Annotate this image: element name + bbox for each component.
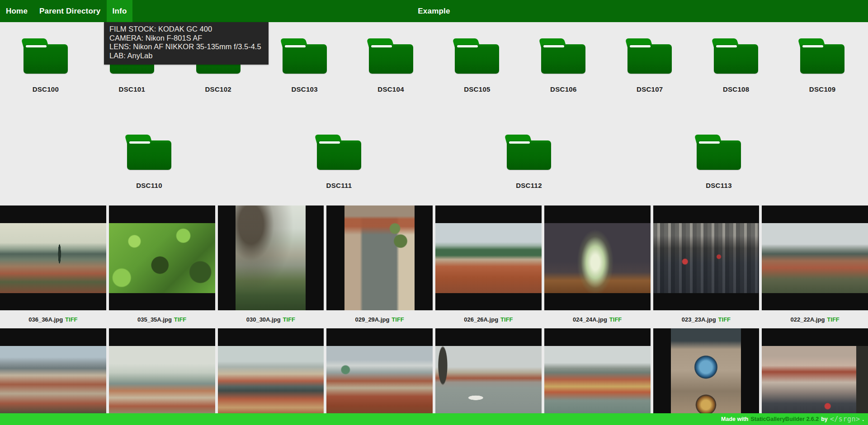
gallery-item[interactable] xyxy=(326,328,433,425)
folder-label: DSC111 xyxy=(326,182,352,189)
folder-stripe xyxy=(509,141,530,144)
gallery-item[interactable]: 036_36A.jpg TIFF xyxy=(0,205,106,328)
photo-thumbnail xyxy=(109,346,215,416)
photo-caption: 029_29A.jpg TIFF xyxy=(326,310,433,328)
nav-item-parent-directory[interactable]: Parent Directory xyxy=(33,0,106,22)
photo-format-link[interactable]: TIFF xyxy=(827,316,839,323)
footer-srgn-logo[interactable]: </srgn> xyxy=(830,415,860,423)
photo-format-link[interactable]: TIFF xyxy=(392,316,404,323)
folder-item[interactable]: DSC107 xyxy=(609,38,690,93)
folder-icon xyxy=(283,38,327,74)
photo-caption: 030_30A.jpg TIFF xyxy=(218,310,324,328)
folder-stripe xyxy=(716,45,737,47)
tooltip-line-lab: LAB: AnyLab xyxy=(109,51,261,61)
folder-label: DSC100 xyxy=(33,85,59,93)
gallery-item[interactable]: 035_35A.jpg TIFF xyxy=(109,205,215,328)
gallery-item[interactable]: 029_29A.jpg TIFF xyxy=(326,205,433,328)
folder-body xyxy=(800,44,844,74)
thumbnail-cell xyxy=(653,328,760,425)
photo-thumbnail xyxy=(218,346,324,416)
folder-label: DSC109 xyxy=(809,85,836,93)
nav-item-info[interactable]: Info xyxy=(107,0,133,22)
photo-filename: 024_24A.jpg xyxy=(573,316,607,323)
gallery-item[interactable]: 022_22A.jpg TIFF xyxy=(762,205,868,328)
folder-stripe xyxy=(457,45,478,47)
nav-item-home[interactable]: Home xyxy=(0,0,33,22)
photo-format-link[interactable]: TIFF xyxy=(500,316,513,323)
photo-filename: 036_36A.jpg xyxy=(28,316,63,323)
folder-stripe xyxy=(26,45,47,47)
gallery-item[interactable] xyxy=(653,328,760,425)
photo-thumbnail xyxy=(109,223,215,293)
thumbnail-cell xyxy=(435,205,542,310)
gallery-item[interactable] xyxy=(762,328,868,425)
footer: Made with StaticGalleryBuilder 2.6.2 by … xyxy=(0,413,868,425)
photo-thumbnail xyxy=(762,223,868,293)
folder-item[interactable]: DSC108 xyxy=(695,38,777,93)
navbar: Home Parent Directory Info Example xyxy=(0,0,868,22)
folder-icon xyxy=(369,38,413,74)
folder-label: DSC112 xyxy=(516,182,542,189)
photo-format-link[interactable]: TIFF xyxy=(718,316,731,323)
gallery-item[interactable]: 030_30A.jpg TIFF xyxy=(218,205,324,328)
folder-label: DSC106 xyxy=(550,85,577,93)
folder-body xyxy=(714,44,758,74)
folder-item[interactable]: DSC106 xyxy=(523,38,604,93)
photo-filename: 022_22A.jpg xyxy=(790,316,825,323)
folder-item[interactable]: DSC110 xyxy=(108,135,190,189)
folder-item[interactable]: DSC112 xyxy=(488,135,570,189)
photo-format-link[interactable]: TIFF xyxy=(65,316,77,323)
tooltip-line-lens: LENS: Nikon AF NIKKOR 35-135mm f/3.5-4.5 xyxy=(109,42,261,51)
thumbnail-cell xyxy=(109,205,215,310)
thumbnail-cell xyxy=(326,205,433,310)
folder-item[interactable]: DSC113 xyxy=(678,135,760,189)
folder-icon xyxy=(627,38,672,74)
gallery-item[interactable] xyxy=(218,328,324,425)
photo-thumbnail xyxy=(544,346,651,416)
folder-label: DSC113 xyxy=(706,182,732,189)
gallery-item[interactable]: 023_23A.jpg TIFF xyxy=(653,205,760,328)
photo-filename: 029_29A.jpg xyxy=(355,316,389,323)
photo-filename: 035_35A.jpg xyxy=(137,316,172,323)
gallery-item[interactable] xyxy=(435,328,542,425)
folder-label: DSC110 xyxy=(136,182,162,189)
folder-item[interactable]: DSC111 xyxy=(298,135,380,189)
folder-body xyxy=(507,140,551,170)
footer-made-with: Made with xyxy=(721,416,748,422)
photo-thumbnail xyxy=(0,346,106,416)
folder-icon xyxy=(541,38,585,74)
folder-icon xyxy=(127,135,171,170)
folder-item[interactable]: DSC100 xyxy=(5,38,86,93)
photo-format-link[interactable]: TIFF xyxy=(609,316,622,323)
folder-label: DSC101 xyxy=(119,85,146,93)
gallery-item[interactable] xyxy=(544,328,651,425)
info-tooltip: FILM STOCK: KODAK GC 400 CAMERA: Nikon F… xyxy=(104,22,269,65)
folder-body xyxy=(317,140,361,170)
gallery-item[interactable]: 024_24A.jpg TIFF xyxy=(544,205,651,328)
folder-stripe xyxy=(319,141,340,144)
photo-thumbnail xyxy=(326,346,433,416)
gallery-item[interactable]: 026_26A.jpg TIFF xyxy=(435,205,542,328)
gallery-item[interactable] xyxy=(0,328,106,425)
photo-format-link[interactable]: TIFF xyxy=(283,316,295,323)
folder-label: DSC107 xyxy=(637,85,663,93)
photo-format-link[interactable]: TIFF xyxy=(174,316,186,323)
folder-label: DSC102 xyxy=(205,85,231,93)
photo-caption: 035_35A.jpg TIFF xyxy=(109,310,215,328)
folder-item[interactable]: DSC103 xyxy=(264,38,345,93)
folder-item[interactable]: DSC109 xyxy=(782,38,863,93)
photo-caption: 024_24A.jpg TIFF xyxy=(544,310,651,328)
folder-icon xyxy=(714,38,758,74)
folder-label: DSC103 xyxy=(291,85,318,93)
gallery-item[interactable] xyxy=(109,328,215,425)
photo-thumbnail xyxy=(762,346,868,416)
photo-caption: 026_26A.jpg TIFF xyxy=(435,310,542,328)
folder-item[interactable]: DSC104 xyxy=(350,38,432,93)
folder-item[interactable]: DSC105 xyxy=(436,38,518,93)
footer-builder-link[interactable]: StaticGalleryBuilder 2.6.2 xyxy=(750,416,819,422)
photo-grid: 036_36A.jpg TIFF 035_35A.jpg TIFF 030_30… xyxy=(0,205,868,425)
thumbnail-cell xyxy=(0,328,106,425)
folder-icon xyxy=(507,135,551,170)
photo-filename: 026_26A.jpg xyxy=(464,316,498,323)
thumbnail-cell xyxy=(326,328,433,425)
